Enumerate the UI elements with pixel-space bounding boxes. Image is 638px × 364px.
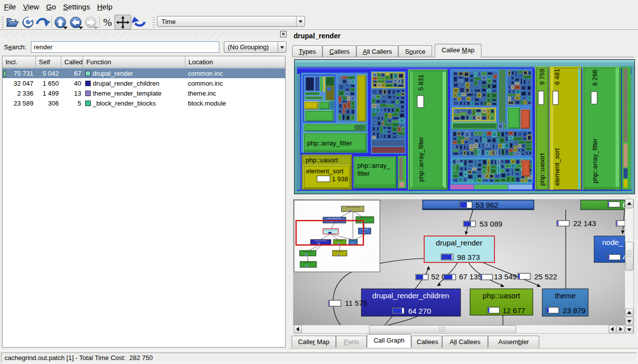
- svg-text:6 481: 6 481: [553, 69, 561, 85]
- svg-text:13 549: 13 549: [494, 272, 517, 281]
- svg-text:12 677: 12 677: [502, 306, 525, 315]
- svg-text:9 759: 9 759: [538, 69, 546, 85]
- svg-text:22 143: 22 143: [573, 219, 596, 228]
- svg-text:53 089: 53 089: [479, 220, 502, 228]
- svg-text:element_sort: element_sort: [306, 167, 344, 175]
- svg-text:67 135: 67 135: [459, 272, 482, 281]
- svg-text:25 522: 25 522: [534, 272, 557, 281]
- svg-text:php::array_filter: php::array_filter: [417, 136, 425, 182]
- svg-text:node_: node_: [602, 238, 623, 246]
- svg-text:php::uasort: php::uasort: [538, 153, 546, 186]
- svg-text:php::uasort: php::uasort: [482, 291, 520, 300]
- svg-text:php::array_: php::array_: [357, 162, 391, 169]
- svg-text:11 575: 11 575: [345, 299, 367, 307]
- svg-text:1 938: 1 938: [332, 175, 348, 183]
- svg-text:drupal_render: drupal_render: [436, 239, 482, 247]
- svg-text:drupal_render_children: drupal_render_children: [372, 291, 449, 300]
- svg-text:php::uasort: php::uasort: [306, 156, 338, 164]
- svg-text:23 879: 23 879: [563, 306, 586, 315]
- svg-text:98 373: 98 373: [457, 253, 480, 261]
- svg-text:5 831: 5 831: [417, 74, 425, 91]
- svg-text:php::array_filter: php::array_filter: [307, 139, 352, 147]
- svg-text:theme: theme: [555, 291, 576, 300]
- svg-text:element_sort: element_sort: [553, 148, 561, 186]
- svg-text:53 962: 53 962: [476, 201, 498, 209]
- svg-text:6 298: 6 298: [591, 70, 599, 86]
- svg-text:64 270: 64 270: [408, 307, 431, 315]
- svg-text:%: %: [103, 16, 112, 28]
- svg-text:filter: filter: [357, 170, 370, 177]
- svg-text:php::array_filter: php::array_filter: [591, 138, 599, 183]
